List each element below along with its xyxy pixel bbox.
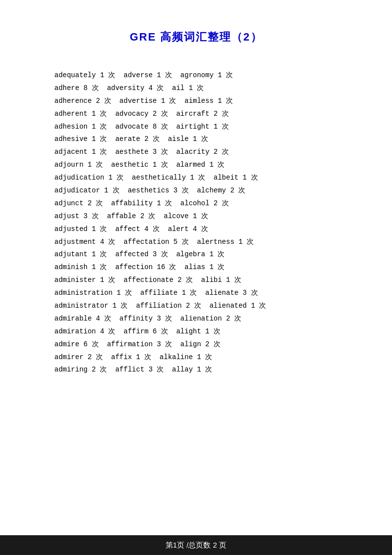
- word-line: admirer 2 次 affix 1 次 alkaline 1 次: [54, 351, 338, 364]
- page-title: GRE 高频词汇整理（2）: [130, 31, 262, 43]
- word-line: administrator 1 次 affiliation 2 次 aliena…: [54, 300, 338, 313]
- word-line: adjudication 1 次 aesthetically 1 次 albei…: [54, 172, 338, 185]
- word-line: adherent 1 次 advocacy 2 次 aircraft 2 次: [54, 108, 338, 121]
- word-line: adjourn 1 次 aesthetic 1 次 alarmed 1 次: [54, 159, 338, 172]
- word-line: admiring 2 次 afflict 3 次 allay 1 次: [54, 364, 338, 376]
- footer-text: 第1页 /总页数 2 页: [166, 541, 226, 550]
- word-line: adjacent 1 次 aesthete 3 次 alacrity 2 次: [54, 146, 338, 159]
- page-footer: 第1页 /总页数 2 页: [0, 535, 392, 555]
- word-line: adjunct 2 次 affability 1 次 alcohol 2 次: [54, 197, 338, 210]
- word-line: adherence 2 次 advertise 1 次 aimless 1 次: [54, 95, 338, 108]
- title-area: GRE 高频词汇整理（2）: [0, 0, 392, 64]
- word-line: adjustment 4 次 affectation 5 次 alertness…: [54, 236, 338, 249]
- word-line: admire 6 次 affirmation 3 次 align 2 次: [54, 338, 338, 351]
- word-line: adjutant 1 次 affected 3 次 algebra 1 次: [54, 248, 338, 261]
- word-line: administer 1 次 affectionate 2 次 alibi 1 …: [54, 274, 338, 287]
- word-line: adhere 8 次 adversity 4 次 ail 1 次: [54, 82, 338, 95]
- content-area: adequately 1 次 adverse 1 次 agronomy 1 次a…: [0, 64, 392, 555]
- word-line: adequately 1 次 adverse 1 次 agronomy 1 次: [54, 69, 338, 82]
- word-line: adhesive 1 次 aerate 2 次 aisle 1 次: [54, 133, 338, 146]
- word-line: adhesion 1 次 advocate 8 次 airtight 1 次: [54, 121, 338, 134]
- word-line: admirable 4 次 affinity 3 次 alienation 2 …: [54, 313, 338, 325]
- word-line: admiration 4 次 affirm 6 次 alight 1 次: [54, 325, 338, 338]
- word-line: adjudicator 1 次 aesthetics 3 次 alchemy 2…: [54, 185, 338, 197]
- word-line: adminish 1 次 affection 16 次 alias 1 次: [54, 261, 338, 274]
- word-line: adjusted 1 次 affect 4 次 alert 4 次: [54, 223, 338, 236]
- page-container: GRE 高频词汇整理（2） adequately 1 次 adverse 1 次…: [0, 0, 392, 555]
- word-line: adjust 3 次 affable 2 次 alcove 1 次: [54, 210, 338, 223]
- word-line: administration 1 次 affiliate 1 次 alienat…: [54, 287, 338, 300]
